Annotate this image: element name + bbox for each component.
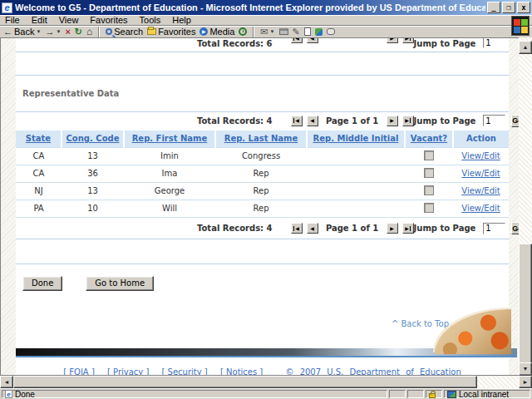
prev-page-button[interactable]: ◀ xyxy=(307,38,318,43)
vacant-checkbox[interactable] xyxy=(424,150,434,160)
jump-to-page-input[interactable] xyxy=(483,115,505,126)
header-middle-initial[interactable]: Rep. Middle Initial xyxy=(307,131,405,147)
jump-to-page-input[interactable] xyxy=(483,38,505,48)
next-page-button[interactable]: ▶ xyxy=(387,38,398,43)
scroll-left-button[interactable]: ◄ xyxy=(0,376,13,388)
page-icon xyxy=(304,27,311,36)
home-button[interactable]: ⌂ xyxy=(86,26,92,37)
go-to-home-button[interactable]: Go to Home xyxy=(86,276,154,291)
done-button[interactable]: Done xyxy=(22,276,62,291)
vacant-checkbox[interactable] xyxy=(424,168,434,178)
go-button[interactable]: Go xyxy=(511,222,519,234)
close-button[interactable]: x xyxy=(517,2,530,13)
mail-button[interactable]: ✉ ▼ xyxy=(260,27,274,37)
mail-dropdown-icon[interactable]: ▼ xyxy=(270,29,275,34)
stop-icon: × xyxy=(65,27,70,37)
menu-edit[interactable]: Edit xyxy=(32,15,47,25)
vertical-scrollbar[interactable]: ▲ ▼ xyxy=(519,37,532,376)
prev-page-button[interactable]: ◀ xyxy=(307,223,318,234)
table-row: NJ 13 George Rep View/Edit xyxy=(16,182,509,200)
status-pane-empty xyxy=(407,390,424,398)
horizontal-scrollbar[interactable]: ◄ ► xyxy=(0,376,532,388)
edit-icon: ✎ xyxy=(293,27,300,37)
history-button[interactable] xyxy=(239,27,247,36)
cell-cong-code: 13 xyxy=(62,147,124,165)
toolbar: ← Back ▼ → ▼ × ↻ ⌂ Search Favorites ▶ Me… xyxy=(0,26,532,38)
forward-button[interactable]: → ▼ xyxy=(45,27,61,37)
next-page-button[interactable]: ▶ xyxy=(387,223,398,234)
scroll-up-button[interactable]: ▲ xyxy=(519,41,532,54)
favorites-icon xyxy=(147,28,156,35)
menu-tools[interactable]: Tools xyxy=(140,15,161,25)
back-button[interactable]: ← Back ▼ xyxy=(3,27,41,37)
last-page-button[interactable]: ▶ xyxy=(402,38,414,43)
last-page-button[interactable]: ▶ xyxy=(402,116,414,126)
pagination-bottom: Total Records: 4 ◀ ◀ Page 1 of 1 ▶ ▶ Jum… xyxy=(16,220,509,237)
vertical-scroll-thumb[interactable] xyxy=(519,244,532,365)
vacant-checkbox[interactable] xyxy=(424,203,434,213)
cell-state: NJ xyxy=(16,182,62,200)
forward-dropdown-icon[interactable]: ▼ xyxy=(56,29,61,34)
prev-page-button[interactable]: ◀ xyxy=(307,116,318,126)
search-button[interactable]: Search xyxy=(106,27,143,37)
view-edit-link[interactable]: View/Edit xyxy=(461,186,500,195)
media-button[interactable]: ▶ Media xyxy=(200,27,234,37)
first-page-button[interactable]: ◀ xyxy=(291,38,303,43)
edit-button[interactable]: ✎ xyxy=(293,27,300,37)
horizontal-scroll-thumb[interactable] xyxy=(13,376,477,388)
minimize-button[interactable]: _ xyxy=(487,2,500,13)
cell-cong-code: 10 xyxy=(62,200,124,217)
discuss-icon xyxy=(327,28,335,35)
first-page-button[interactable]: ◀ xyxy=(291,223,303,234)
favorites-button[interactable]: Favorites xyxy=(147,27,195,37)
top-pagination-clipped: Total Records: 6 ◀ ◀ ▶ ▶ Jump to Page Go xyxy=(16,38,509,48)
cell-state: CA xyxy=(16,147,62,165)
menu-favorites[interactable]: Favorites xyxy=(90,15,127,25)
stop-button[interactable]: × xyxy=(65,27,70,37)
intranet-zone-icon xyxy=(447,391,456,398)
refresh-icon: ↻ xyxy=(75,27,82,37)
restore-button[interactable]: ❐ xyxy=(502,2,515,13)
representative-table: State Cong. Code Rep. First Name Rep. La… xyxy=(16,131,509,218)
view-edit-link[interactable]: View/Edit xyxy=(461,169,500,178)
first-page-button[interactable]: ◀ xyxy=(291,116,303,126)
home-icon: ⌂ xyxy=(86,26,92,37)
view-edit-link[interactable]: View/Edit xyxy=(461,151,500,160)
back-dropdown-icon[interactable]: ▼ xyxy=(36,29,41,34)
menu-help[interactable]: Help xyxy=(172,15,191,25)
back-to-top-link[interactable]: ^ Back to Top xyxy=(392,319,449,328)
header-action: Action xyxy=(453,131,509,147)
jump-to-page-label: Jump to Page xyxy=(414,116,476,126)
next-page-button[interactable]: ▶ xyxy=(387,116,398,126)
full-screen-button[interactable] xyxy=(304,27,311,36)
cell-middle-initial xyxy=(307,165,405,182)
print-button[interactable] xyxy=(279,28,288,35)
header-first-name[interactable]: Rep. First Name xyxy=(124,131,215,147)
cell-last-name: Congress xyxy=(215,147,307,165)
view-edit-link[interactable]: View/Edit xyxy=(461,204,500,213)
go-button[interactable]: Go xyxy=(511,115,519,127)
last-page-button[interactable]: ▶ xyxy=(402,223,414,234)
divider xyxy=(16,264,509,264)
header-cong-code[interactable]: Cong. Code xyxy=(62,131,124,147)
jump-to-page-input[interactable] xyxy=(483,223,505,234)
notices-link[interactable]: [ Notices ] xyxy=(220,367,263,376)
section-title: Representative Data xyxy=(22,89,509,98)
menu-view[interactable]: View xyxy=(59,15,79,25)
cell-middle-initial xyxy=(307,182,405,200)
header-last-name[interactable]: Rep. Last Name xyxy=(215,131,307,147)
security-link[interactable]: [ Security ] xyxy=(162,367,208,376)
scroll-down-button[interactable]: ▼ xyxy=(519,362,532,376)
header-state[interactable]: State xyxy=(16,131,62,147)
discuss-button[interactable] xyxy=(327,28,335,35)
messenger-button[interactable] xyxy=(315,28,323,36)
refresh-button[interactable]: ↻ xyxy=(75,27,82,37)
vacant-checkbox[interactable] xyxy=(424,185,434,195)
header-vacant[interactable]: Vacant? xyxy=(405,131,453,147)
page-indicator: Page 1 of 1 xyxy=(323,224,382,233)
menu-file[interactable]: File xyxy=(5,15,20,25)
foia-link[interactable]: [ FOIA ] xyxy=(63,367,95,376)
scroll-right-button[interactable]: ► xyxy=(519,376,532,388)
privacy-link[interactable]: [ Privacy ] xyxy=(107,367,149,376)
lock-icon xyxy=(429,393,436,398)
